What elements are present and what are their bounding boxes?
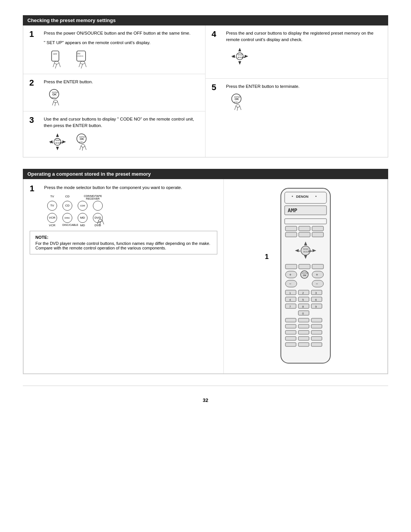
- mode-btn-cd: CD: [62, 201, 72, 211]
- step-3-icons: BAND MODE ◄◄ ▶▶ ENTER: [48, 132, 199, 152]
- svg-text:▶▶: ▶▶: [242, 56, 245, 58]
- svg-rect-51: [312, 226, 323, 231]
- step-4-text: Press the and cursor buttons to display …: [226, 30, 382, 43]
- svg-rect-110: [285, 343, 296, 346]
- cursor-cross-icon-4: BAND MODE ◄◄ ▶▶: [230, 46, 250, 66]
- left-col: 1 Press the power ON/SOURCE button and t…: [23, 25, 206, 157]
- svg-text:●: ●: [315, 195, 317, 197]
- svg-point-2: [54, 61, 59, 64]
- svg-rect-102: [298, 324, 309, 328]
- mode-btn-vcr: VCR: [47, 213, 57, 223]
- svg-rect-52: [285, 232, 297, 237]
- section1-box: 1 Press the power ON/SOURCE button and t…: [23, 25, 388, 157]
- step-2-row: 2 Press the ENTER button. ENTER OK SHIFT: [23, 74, 205, 111]
- step-1-text: Press the power ON/SOURCE button and the…: [44, 30, 199, 37]
- svg-text:1: 1: [289, 291, 291, 295]
- svg-marker-13: [56, 147, 59, 150]
- svg-rect-103: [311, 324, 322, 328]
- svg-rect-106: [311, 330, 322, 334]
- svg-text:5: 5: [302, 298, 304, 302]
- svg-point-25: [81, 145, 85, 147]
- note-text: For the DVD player remote control button…: [35, 241, 212, 250]
- svg-text:◄◄: ◄◄: [232, 56, 236, 58]
- svg-rect-109: [311, 337, 322, 340]
- section2-step-text: Press the mode selector button for the c…: [44, 184, 217, 191]
- svg-text:3: 3: [315, 291, 317, 295]
- svg-rect-66: [312, 264, 323, 269]
- remote-wrapper: 1 ● DENON ● AMP: [273, 184, 338, 368]
- note-box: NOTE: For the DVD player remote control …: [30, 231, 217, 254]
- svg-text:DENON: DENON: [296, 195, 309, 199]
- svg-text:◄◄: ◄◄: [296, 250, 301, 252]
- svg-rect-105: [298, 330, 309, 334]
- section2-step-number: 1: [30, 184, 40, 227]
- svg-text:SHIFT: SHIFT: [234, 102, 239, 103]
- mode-btn-cdr: CDR: [78, 201, 88, 211]
- svg-rect-101: [285, 324, 296, 328]
- svg-text:8: 8: [302, 305, 304, 308]
- enter-button-icon-3: ENTER OK SHIFT: [75, 133, 91, 151]
- mode-label-tv: TV: [47, 195, 57, 200]
- svg-text:SOURCE: SOURCE: [76, 55, 84, 57]
- svg-text:−: −: [289, 282, 292, 286]
- step-1-icons: OFF ON/: [48, 49, 199, 69]
- svg-text:OK: OK: [303, 274, 307, 276]
- bottom-divider: [23, 386, 388, 386]
- mode-label-md: MD: [78, 224, 88, 227]
- note-title: NOTE:: [35, 235, 212, 240]
- svg-text:BAND: BAND: [303, 248, 309, 250]
- hand-on-icon: ON/ SOURCE: [73, 49, 92, 69]
- svg-text:4: 4: [289, 298, 291, 302]
- svg-text:MODE: MODE: [55, 142, 61, 144]
- svg-rect-111: [298, 343, 309, 346]
- section2-header: Operating a component stored in the pres…: [23, 169, 388, 179]
- svg-text:AMP: AMP: [288, 207, 297, 213]
- svg-text:−: −: [316, 282, 318, 286]
- mode-btn-empty: [93, 201, 103, 211]
- step-5-number: 5: [212, 83, 222, 111]
- svg-text:BAND: BAND: [237, 54, 243, 56]
- svg-point-39: [236, 105, 240, 107]
- step-4-number: 4: [212, 30, 222, 74]
- svg-text:2: 2: [302, 291, 304, 295]
- mode-label-cd: CD: [62, 195, 72, 200]
- svg-rect-108: [298, 337, 309, 340]
- cursor-cross-icon-3: BAND MODE ◄◄ ▶▶: [48, 132, 67, 152]
- svg-text:●: ●: [292, 195, 293, 197]
- step-5-body: Press the ENTER button to terminate. ENT…: [226, 83, 382, 111]
- step-3-number: 3: [29, 116, 40, 152]
- svg-text:▶▶: ▶▶: [309, 250, 312, 252]
- step-1-bullet: " SET UP" appears on the remote control …: [44, 40, 199, 46]
- svg-text:OK: OK: [234, 97, 239, 101]
- step-3-body: Use the and cursor buttons to display " …: [44, 116, 199, 152]
- svg-text:6: 6: [315, 298, 317, 302]
- svg-rect-98: [285, 318, 296, 322]
- mode-label-disccable: DISC/CABLE: [62, 224, 72, 227]
- section2-right: 1 ● DENON ● AMP: [224, 179, 387, 373]
- step-5-row: 5 Press the ENTER button to terminate. E…: [206, 79, 388, 116]
- svg-text:OK: OK: [80, 137, 84, 141]
- mode-label-cdr: CDR/MD/TAPE RECEIVER: [78, 195, 108, 200]
- step-2-body: Press the ENTER button. ENTER OK SHIFT: [44, 79, 199, 106]
- svg-text:◄◄: ◄◄: [50, 142, 53, 144]
- svg-rect-104: [285, 330, 296, 334]
- svg-marker-26: [238, 48, 241, 51]
- svg-text:7: 7: [289, 305, 291, 308]
- enter-button-icon-5: ENTER OK SHIFT: [230, 93, 246, 111]
- remote-step-label: 1: [265, 253, 269, 261]
- svg-text:SHIFT: SHIFT: [52, 97, 56, 98]
- hand-off-icon: OFF: [48, 49, 66, 69]
- svg-rect-50: [299, 226, 310, 231]
- svg-rect-65: [299, 264, 310, 269]
- step-3-row: 3 Use the and cursor buttons to display …: [23, 111, 205, 157]
- mode-btn-md: MD: [78, 213, 88, 223]
- svg-text:OK: OK: [52, 93, 57, 96]
- svg-marker-27: [238, 61, 241, 65]
- step-2-icons: ENTER OK SHIFT: [48, 88, 199, 106]
- svg-text:9: 9: [315, 305, 317, 308]
- svg-text:SHIFT: SHIFT: [79, 141, 84, 143]
- step-1-row: 1 Press the power ON/SOURCE button and t…: [23, 25, 205, 74]
- svg-text:OFF: OFF: [53, 53, 57, 55]
- svg-text:BAND: BAND: [55, 140, 61, 141]
- svg-rect-64: [285, 264, 297, 269]
